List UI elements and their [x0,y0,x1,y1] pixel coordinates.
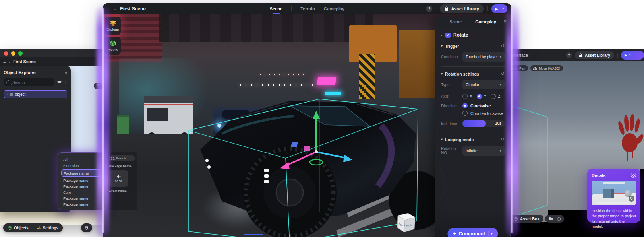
crate-icon [110,40,116,47]
package-item[interactable]: Package name [61,177,103,183]
asset-library-button[interactable]: Asset Library [575,51,614,59]
tab-terrain[interactable]: Terrain [300,6,315,11]
asset-toolbar [545,215,564,223]
assets-drawer: Search Package name 00:30 Asset name [106,152,137,210]
chevron-down-icon: ▾ [500,83,501,87]
rotation-no-label: Rotation NO [441,146,462,155]
add-component-button[interactable]: + Component ▾ [447,228,498,237]
close-traffic-light[interactable] [4,51,8,56]
tab-settings[interactable]: Settings [43,226,58,230]
help-icon[interactable]: ? [566,52,572,58]
main-editor-window: ≡ ⌄ First Scene Scene Terrain Gameplay ?… [103,3,511,237]
right-window-title: Interface [512,53,528,58]
reset-icon[interactable]: ↺ [501,137,505,142]
zoom-traffic-light[interactable] [18,51,23,56]
axis-z-radio[interactable] [491,94,496,99]
reset-icon[interactable]: ↺ [501,43,505,49]
main-topbar: ≡ ⌄ First Scene Scene Terrain Gameplay ?… [103,3,511,14]
target-icon[interactable] [631,173,636,178]
rotation-settings-header[interactable]: ▾Rotation settings ↺ [441,71,505,76]
package-group-core: Core [61,189,103,195]
inspector-tab-scene[interactable]: Scene [449,19,462,24]
layers-icon [109,20,117,26]
filter-icon[interactable] [57,81,62,84]
indi-time-slider[interactable]: 10s [462,120,505,127]
rotation-no-dropdown[interactable]: Infinite▾ [462,146,505,156]
asset-box-button[interactable]: Asset Box [510,215,543,223]
chevron-down-icon: ▾ [500,55,501,59]
pan-tool-button[interactable] [81,223,92,232]
left-window-menubar: ≡ ⌄ First Scene [0,57,107,66]
right-window-titlebar: Interface ? Asset Library ▶ ▾ [505,49,644,61]
rotate-checkbox[interactable]: ✓ [445,33,451,38]
menu-icon[interactable]: ≡ [3,59,6,64]
pan-hint-chip: old] Pan [510,65,528,71]
tab-objects[interactable]: Objects [14,226,29,230]
condition-dropdown[interactable]: Touched by player▾ [462,52,505,62]
indi-time-label: Indi. time [441,122,462,126]
chevron-down-icon[interactable]: ▾ [629,54,631,57]
package-filter-all[interactable]: All [61,157,103,163]
chevron-down-icon[interactable]: ⌄ [8,60,11,64]
package-panel: All Extension Package name Package name … [58,152,106,210]
decals-preview: ↻ [592,181,636,205]
selection-wireframe-partial [509,97,552,222]
package-item[interactable]: Package name [61,201,103,207]
chevron-down-icon[interactable]: ▾ [441,33,443,37]
condition-label: Condition [441,55,462,59]
hand-icon [97,84,100,88]
chevron-down-icon[interactable]: ⌄ [114,7,116,11]
asset-tile[interactable]: 00:30 [109,170,128,187]
tab-gameplay[interactable]: Gameplay [324,6,345,11]
inspector-tab-gameplay[interactable]: Gameplay [475,19,496,24]
looping-mode-header[interactable]: ▾Looping mode ↺ [441,137,505,142]
object-tree-item[interactable]: › object [4,90,67,98]
search-input[interactable]: Search [4,78,54,86]
export-icon[interactable] [97,164,101,167]
tab-scene[interactable]: Scene [270,6,282,11]
search-icon[interactable] [557,217,561,221]
play-button[interactable]: ▶ ▾ [491,4,507,13]
folder-icon[interactable] [549,217,553,221]
close-icon[interactable]: × [503,19,507,24]
component-rotate-header[interactable]: ▾ ✓ Rotate ⋯ [441,32,505,38]
more-options-icon[interactable]: ⋯ [500,32,505,38]
axis-y-radio[interactable] [477,94,482,99]
reset-icon[interactable]: ↺ [501,71,505,76]
chevron-down-icon[interactable]: ▾ [502,7,504,10]
package-group-extension: Extension [61,163,103,169]
package-item[interactable]: Package name [61,195,103,201]
package-item-selected[interactable]: Package name [61,169,103,177]
play-button[interactable]: ▶ ▾ [621,51,644,60]
drawer-search-input[interactable]: Search [109,155,135,161]
object-item-label: object [15,92,26,97]
type-label: Type [441,83,462,87]
minimize-traffic-light[interactable] [11,51,15,56]
chevron-right-icon[interactable]: › [6,93,8,96]
right-window: Interface ? Asset Library ▶ ▾ old] Pan [505,49,644,237]
menu-icon[interactable]: ≡ [108,6,112,12]
help-icon[interactable]: ? [426,6,432,12]
axis-x-radio[interactable] [462,94,468,99]
window-title: First Scene [13,59,36,64]
add-object-icon[interactable]: + [64,80,67,85]
plus-icon: + [453,231,456,237]
package-item[interactable]: Package name [61,183,103,189]
collapse-icon[interactable]: « [65,70,67,75]
explorer-tool-button[interactable]: Explorer [105,17,121,35]
play-icon: ▶ [495,7,498,11]
clockwise-option[interactable]: Clockwise [462,103,505,108]
component-name: Rotate [453,32,468,38]
type-dropdown[interactable]: Circular▾ [462,80,505,89]
chevron-down-icon[interactable]: ▾ [491,232,493,235]
globe-icon [10,93,13,96]
assets-tool-button[interactable]: Assets [105,37,121,55]
speaker-icon [116,175,121,179]
bottom-tab-group: Objects Settings [3,223,63,232]
counterclockwise-option[interactable]: Counterclockwise [462,111,505,116]
trigger-section-header[interactable]: ▾Trigger ↺ [441,43,505,49]
move-hint-chip: Move (WASD) [530,65,563,71]
asset-library-button[interactable]: Asset Library [440,4,483,13]
replay-badge[interactable]: ↻ [629,196,634,202]
scrollbar[interactable] [103,157,104,181]
